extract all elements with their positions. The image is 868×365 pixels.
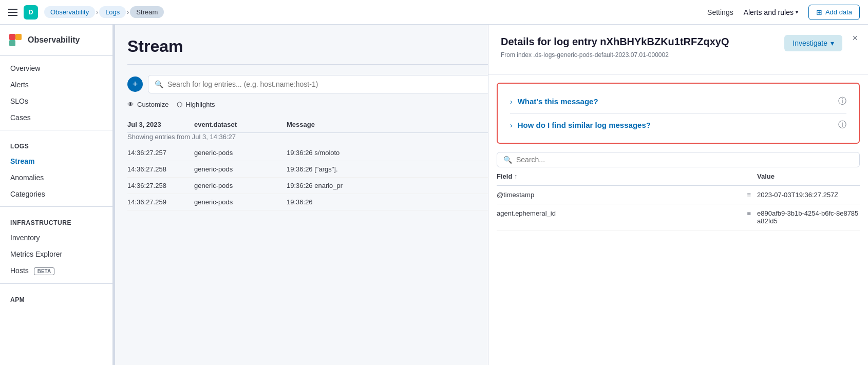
- alerts-chevron-icon: ▾: [796, 9, 798, 15]
- breadcrumb-arrow-1: ›: [96, 9, 98, 16]
- ai-chevron-icon-1: ›: [510, 98, 513, 106]
- sidebar-divider-2: [0, 206, 112, 207]
- main-layout: Observability Overview Alerts SLOs Cases…: [0, 25, 868, 365]
- ai-accordion-2[interactable]: › How do I find similar log messages? ⓘ: [510, 113, 846, 137]
- svg-rect-0: [9, 34, 15, 40]
- field-name-agent-ephemeral: agent.ephemeral_id: [497, 209, 741, 217]
- breadcrumb-arrow-2: ›: [127, 9, 129, 16]
- sidebar-hosts-label: Hosts: [10, 266, 29, 275]
- row2-dataset: generic-pods: [194, 165, 287, 173]
- alerts-dropdown[interactable]: Alerts and rules ▾: [744, 8, 798, 16]
- top-nav: D Observability › Logs › Stream Settings…: [0, 0, 868, 25]
- svg-rect-1: [15, 34, 22, 40]
- breadcrumb: Observability › Logs › Stream: [44, 6, 164, 18]
- add-filter-button[interactable]: +: [127, 76, 143, 92]
- ai-chevron-icon-2: ›: [510, 121, 513, 129]
- ai-accordion-1[interactable]: › What's this message? ⓘ: [510, 90, 846, 113]
- sidebar-item-anomalies[interactable]: Anomalies: [0, 169, 112, 186]
- detail-panel: Details for log entry nXhBHYkBZKu1tRFZqx…: [488, 25, 868, 365]
- highlights-icon: ⬡: [177, 101, 182, 108]
- filter-icon-timestamp[interactable]: ≡: [741, 191, 757, 199]
- sidebar-brand: Observability: [0, 33, 112, 56]
- investigate-chevron-icon: ▾: [831, 39, 834, 47]
- user-avatar[interactable]: D: [24, 5, 38, 20]
- row3-time: 14:36:27.258: [127, 182, 194, 189]
- ai-help-icon-1[interactable]: ⓘ: [838, 96, 846, 107]
- ai-section: › What's this message? ⓘ › How do I find…: [497, 83, 860, 144]
- sidebar-divider-3: [0, 283, 112, 284]
- add-data-button[interactable]: ⊞ Add data: [808, 5, 860, 20]
- detail-body: › What's this message? ⓘ › How do I find…: [488, 74, 868, 365]
- add-data-icon: ⊞: [816, 8, 822, 16]
- sidebar-item-slos[interactable]: SLOs: [0, 93, 112, 109]
- fields-header: Field ↑ Value: [497, 167, 860, 186]
- row4-time: 14:36:27.259: [127, 198, 194, 206]
- row1-time: 14:36:27.257: [127, 149, 194, 157]
- fields-table: Field ↑ Value @timestamp ≡ 2023-07-03T19…: [488, 167, 868, 365]
- sidebar: Observability Overview Alerts SLOs Cases…: [0, 25, 113, 365]
- sidebar-item-stream[interactable]: Stream: [0, 153, 112, 169]
- sidebar-brand-name: Observability: [28, 35, 80, 45]
- breadcrumb-logs[interactable]: Logs: [99, 6, 126, 18]
- row3-dataset: generic-pods: [194, 182, 287, 189]
- row2-time: 14:36:27.258: [127, 165, 194, 173]
- detail-header: Details for log entry nXhBHYkBZKu1tRFZqx…: [488, 25, 868, 74]
- detail-search-box: 🔍: [497, 152, 860, 167]
- ai-help-icon-2[interactable]: ⓘ: [838, 120, 846, 130]
- hamburger-button[interactable]: [8, 9, 17, 16]
- breadcrumb-stream[interactable]: Stream: [130, 6, 164, 18]
- sidebar-item-cases[interactable]: Cases: [0, 109, 112, 126]
- close-button[interactable]: ×: [852, 33, 858, 44]
- highlights-label: Highlights: [185, 101, 215, 108]
- row4-dataset: generic-pods: [194, 198, 287, 206]
- col-dataset: event.dataset: [194, 121, 287, 128]
- field-name-timestamp: @timestamp: [497, 191, 741, 199]
- sidebar-item-categories[interactable]: Categories: [0, 186, 112, 202]
- sidebar-item-overview[interactable]: Overview: [0, 60, 112, 76]
- sidebar-logs-section: Logs: [0, 135, 112, 153]
- field-value-agent-ephemeral: e890afb9-3b1b-4254-b6fc-8e8785a82fd5: [757, 209, 860, 225]
- field-row-timestamp: @timestamp ≡ 2023-07-03T19:36:27.257Z: [497, 186, 860, 204]
- detail-subtitle: From index .ds-logs-generic-pods-default…: [501, 51, 856, 59]
- ai-label-1: What's this message?: [518, 97, 598, 106]
- beta-badge: BETA: [34, 267, 54, 275]
- investigate-button[interactable]: Investigate ▾: [784, 35, 842, 51]
- detail-search-input[interactable]: [516, 156, 853, 164]
- field-value-timestamp: 2023-07-03T19:36:27.257Z: [757, 191, 860, 199]
- col-field: Field ↑: [497, 172, 757, 180]
- alerts-label: Alerts and rules: [744, 8, 794, 16]
- nav-right: Settings Alerts and rules ▾ ⊞ Add data: [707, 5, 860, 20]
- add-data-label: Add data: [825, 8, 852, 16]
- row1-dataset: generic-pods: [194, 149, 287, 157]
- sidebar-item-alerts[interactable]: Alerts: [0, 76, 112, 93]
- customize-button[interactable]: 👁 Customize: [127, 101, 168, 108]
- sidebar-divider-1: [0, 130, 112, 130]
- col-date: Jul 3, 2023: [127, 121, 194, 128]
- sidebar-item-inventory[interactable]: Inventory: [0, 229, 112, 246]
- customize-icon: 👁: [127, 101, 134, 108]
- search-icon: 🔍: [155, 80, 163, 88]
- settings-link[interactable]: Settings: [707, 8, 733, 16]
- sidebar-item-hosts[interactable]: Hosts BETA: [0, 262, 112, 279]
- sidebar-infra-section: Infrastructure: [0, 211, 112, 229]
- highlights-button[interactable]: ⬡ Highlights: [177, 101, 215, 108]
- investigate-label: Investigate: [792, 39, 827, 47]
- svg-rect-2: [9, 40, 15, 46]
- brand-logo-icon: [8, 33, 23, 47]
- field-row-agent-ephemeral: agent.ephemeral_id ≡ e890afb9-3b1b-4254-…: [497, 204, 860, 230]
- sidebar-apm-section: APM: [0, 288, 112, 306]
- sidebar-item-metrics-explorer[interactable]: Metrics Explorer: [0, 246, 112, 262]
- col-value: Value: [757, 172, 860, 180]
- detail-search-icon: 🔍: [503, 156, 512, 164]
- filter-icon-agent-ephemeral[interactable]: ≡: [741, 209, 757, 217]
- breadcrumb-observability[interactable]: Observability: [44, 6, 95, 18]
- customize-label: Customize: [137, 101, 168, 108]
- ai-label-2: How do I find similar log messages?: [518, 121, 651, 129]
